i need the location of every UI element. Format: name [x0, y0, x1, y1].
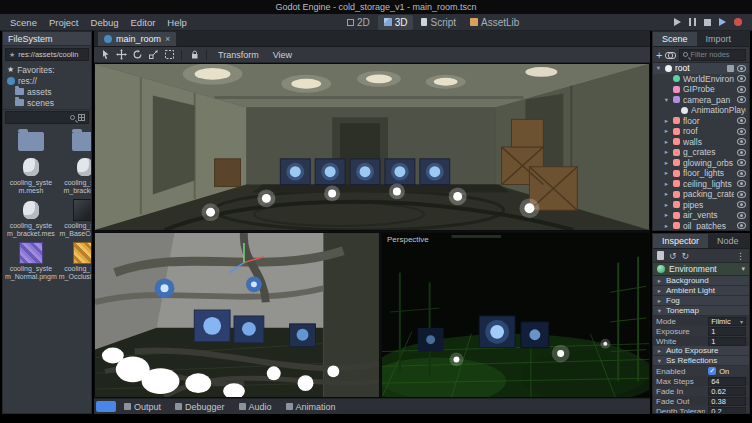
- record-icon[interactable]: [734, 18, 742, 26]
- perspective-label[interactable]: Perspective: [387, 235, 429, 244]
- filter-nodes-input[interactable]: [690, 50, 742, 59]
- visibility-icon[interactable]: [737, 86, 746, 93]
- visibility-icon[interactable]: [737, 149, 746, 156]
- scene-node-root[interactable]: ▾ root: [653, 63, 749, 74]
- add-node-button[interactable]: +: [656, 50, 662, 60]
- visibility-icon[interactable]: [737, 191, 746, 198]
- expander-icon[interactable]: ▸: [663, 117, 670, 125]
- filesystem-search-input[interactable]: [9, 113, 67, 122]
- fs-tree-item-assets[interactable]: assets: [3, 86, 91, 97]
- visibility-icon[interactable]: [737, 222, 746, 229]
- tab-scene[interactable]: Scene: [653, 32, 697, 46]
- scale-tool-icon[interactable]: [147, 49, 159, 61]
- transform-menu[interactable]: Transform: [213, 50, 264, 60]
- instance-scene-icon[interactable]: [665, 52, 676, 58]
- scene-node-animationplayer[interactable]: AnimationPlayer: [653, 105, 749, 116]
- scene-node-worldenvironment[interactable]: WorldEnvironment: [653, 74, 749, 85]
- lock-icon[interactable]: [188, 49, 200, 61]
- mode-assetlib-button[interactable]: AssetLib: [464, 15, 525, 30]
- select-tool-icon[interactable]: [99, 49, 111, 61]
- section-auto-exposure[interactable]: ▸ Auto Exposure: [653, 346, 749, 356]
- fs-tree-item-scenes[interactable]: scenes: [3, 97, 91, 108]
- file-tile-texture[interactable]: cooling_system_BaseColor.pn: [59, 199, 91, 238]
- scene-node-floor-lights[interactable]: ▸ floor_lights: [653, 168, 749, 179]
- visibility-icon[interactable]: [737, 117, 746, 124]
- fs-tree-item-favorites[interactable]: ★ Favorites:: [3, 64, 91, 75]
- expander-icon[interactable]: ▸: [663, 159, 670, 167]
- expander-icon[interactable]: ▸: [663, 190, 670, 198]
- debugger-button[interactable]: Debugger: [169, 400, 231, 414]
- scene-node-camera-pan[interactable]: ▾ camera_pan: [653, 95, 749, 106]
- view-menu[interactable]: View: [268, 50, 297, 60]
- chevron-down-icon[interactable]: ▾: [741, 265, 745, 273]
- visibility-icon[interactable]: [737, 128, 746, 135]
- viewport-bottom-left[interactable]: [94, 232, 380, 398]
- visibility-icon[interactable]: [737, 75, 746, 82]
- expander-icon[interactable]: ▾: [663, 96, 670, 104]
- enabled-checkbox[interactable]: ✓ On: [708, 367, 746, 376]
- section-fog[interactable]: ▸ Fog: [653, 296, 749, 306]
- expander-icon[interactable]: ▾: [655, 64, 662, 72]
- stop-icon[interactable]: [704, 19, 711, 26]
- script-icon[interactable]: [727, 65, 734, 72]
- viewport-bottom-right[interactable]: Perspective: [381, 232, 650, 398]
- menu-scene[interactable]: Scene: [4, 17, 43, 28]
- scene-node-air-vents[interactable]: ▸ air_vents: [653, 210, 749, 221]
- menu-editor[interactable]: Editor: [125, 17, 162, 28]
- play-icon[interactable]: [674, 18, 681, 26]
- file-tile-mesh[interactable]: cooling_system.mesh: [5, 156, 57, 195]
- scene-node-glowing-orbs[interactable]: ▸ glowing_orbs: [653, 158, 749, 169]
- move-tool-icon[interactable]: [115, 49, 127, 61]
- expander-icon[interactable]: ▸: [663, 138, 670, 146]
- expander-icon[interactable]: ▸: [663, 148, 670, 156]
- rotate-tool-icon[interactable]: [131, 49, 143, 61]
- expander-icon[interactable]: ▸: [663, 201, 670, 209]
- visibility-icon[interactable]: [737, 138, 746, 145]
- section-tonemap[interactable]: ▾ Tonemap: [653, 306, 749, 316]
- file-tile-texture[interactable]: cooling_system_OcclusionRou: [59, 242, 91, 281]
- expander-icon[interactable]: ▸: [663, 169, 670, 177]
- scene-node-giprobe[interactable]: GIProbe: [653, 84, 749, 95]
- expander-icon[interactable]: ▸: [663, 211, 670, 219]
- file-tile-mesh[interactable]: cooling_system_bracket.mes: [5, 199, 57, 238]
- section-ambient-light[interactable]: ▸ Ambient Light: [653, 286, 749, 296]
- favorite-star-icon[interactable]: ★: [9, 51, 15, 59]
- expander-icon[interactable]: ▸: [663, 180, 670, 188]
- filesystem-path-bar[interactable]: ★ res://assets/coolin: [5, 48, 89, 61]
- scene-tab-main-room[interactable]: main_room ×: [97, 31, 177, 46]
- max-steps-field[interactable]: 64: [708, 377, 746, 386]
- animation-button[interactable]: Animation: [280, 400, 342, 414]
- pause-icon[interactable]: [689, 18, 696, 26]
- scene-node-pipes[interactable]: ▸ pipes: [653, 200, 749, 211]
- file-tile-folder[interactable]: [5, 129, 57, 152]
- menu-debug[interactable]: Debug: [85, 17, 125, 28]
- tab-inspector[interactable]: Inspector: [653, 234, 708, 248]
- white-field[interactable]: 1: [708, 337, 746, 346]
- scene-node-oil-patches[interactable]: ▸ oil_patches: [653, 221, 749, 231]
- history-forward-icon[interactable]: ↻: [682, 251, 690, 261]
- tab-import[interactable]: Import: [697, 32, 741, 46]
- fade-out-field[interactable]: 0.38: [708, 397, 746, 406]
- visibility-icon[interactable]: [737, 96, 746, 103]
- inspector-menu-icon[interactable]: ⋮: [736, 251, 745, 261]
- menu-project[interactable]: Project: [43, 17, 85, 28]
- grid-view-toggle-icon[interactable]: [78, 114, 85, 121]
- mode-script-button[interactable]: Script: [415, 15, 462, 30]
- file-tile-texture[interactable]: cooling_system_Normal.pngm: [5, 242, 57, 281]
- mode-dropdown[interactable]: Filmic ▾: [708, 317, 746, 326]
- scene-node-walls[interactable]: ▸ walls: [653, 137, 749, 148]
- section-background[interactable]: ▸ Background: [653, 276, 749, 286]
- visibility-icon[interactable]: [737, 65, 746, 72]
- bottom-panel-badge[interactable]: [96, 401, 116, 412]
- menu-help[interactable]: Help: [161, 17, 193, 28]
- region-select-icon[interactable]: [163, 49, 175, 61]
- scene-node-roof[interactable]: ▸ roof: [653, 126, 749, 137]
- visibility-icon[interactable]: [737, 159, 746, 166]
- fs-tree-item-res[interactable]: res://: [3, 75, 91, 86]
- expander-icon[interactable]: ▸: [663, 222, 670, 230]
- visibility-icon[interactable]: [737, 201, 746, 208]
- history-back-icon[interactable]: ↺: [669, 251, 677, 261]
- visibility-icon[interactable]: [737, 212, 746, 219]
- section-ss-reflections[interactable]: ▾ Ss Reflections: [653, 356, 749, 366]
- output-button[interactable]: Output: [118, 400, 167, 414]
